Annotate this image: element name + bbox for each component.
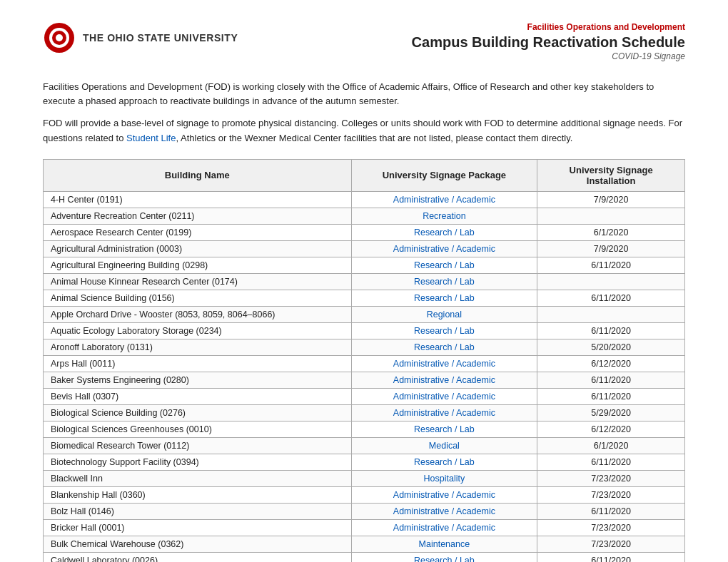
building-name-cell: Bevis Hall (0307) [44, 388, 352, 404]
install-date-cell [537, 208, 685, 224]
signage-type-link[interactable]: Administrative / Academic [393, 490, 495, 500]
install-date-cell [537, 306, 685, 322]
building-name-cell: Bulk Chemical Warehouse (0362) [44, 536, 352, 552]
signage-type-link[interactable]: Research / Lab [414, 228, 475, 237]
table-row: Animal House Kinnear Research Center (01… [44, 273, 685, 290]
install-date-cell: 6/11/2020 [537, 388, 685, 404]
building-name-cell: Agricultural Administration (0003) [44, 240, 352, 257]
student-life-link[interactable]: Student Life [126, 133, 176, 143]
signage-type-cell: Administrative / Academic [351, 372, 537, 388]
signage-type-cell: Regional [351, 306, 537, 322]
intro-para-2: FOD will provide a base-level of signage… [43, 116, 685, 146]
signage-type-link[interactable]: Administrative / Academic [393, 375, 495, 385]
table-row: Aerospace Research Center (0199)Research… [44, 224, 685, 240]
building-name-cell: Biomedical Research Tower (0112) [44, 437, 352, 454]
table-row: Bricker Hall (0001)Administrative / Acad… [44, 519, 685, 536]
signage-type-cell: Maintenance [351, 536, 537, 552]
signage-type-cell: Administrative / Academic [351, 355, 537, 372]
buildings-table: Building Name University Signage Package… [43, 159, 685, 562]
signage-type-cell: Medical [351, 437, 537, 454]
install-date-cell: 7/9/2020 [537, 240, 685, 257]
table-row: Aquatic Ecology Laboratory Storage (0234… [44, 322, 685, 339]
install-date-cell: 7/9/2020 [537, 191, 685, 208]
signage-type-link[interactable]: Research / Lab [414, 277, 475, 287]
building-name-cell: Biological Science Building (0276) [44, 404, 352, 421]
building-name-cell: Aronoff Laboratory (0131) [44, 339, 352, 355]
signage-type-cell: Administrative / Academic [351, 388, 537, 404]
signage-type-link[interactable]: Administrative / Academic [393, 506, 495, 516]
building-name-cell: Apple Orchard Drive - Wooster (8053, 805… [44, 306, 352, 322]
install-date-cell: 7/23/2020 [537, 536, 685, 552]
building-name-cell: 4-H Center (0191) [44, 191, 352, 208]
signage-type-link[interactable]: Research / Lab [414, 457, 475, 467]
table-row: Caldwell Laboratory (0026)Research / Lab… [44, 552, 685, 562]
building-name-cell: Agricultural Engineering Building (0298) [44, 257, 352, 273]
building-name-cell: Animal Science Building (0156) [44, 290, 352, 306]
signage-type-link[interactable]: Research / Lab [414, 326, 475, 336]
signage-type-cell: Administrative / Academic [351, 240, 537, 257]
table-row: Bevis Hall (0307)Administrative / Academ… [44, 388, 685, 404]
signage-type-link[interactable]: Administrative / Academic [393, 408, 495, 418]
signage-type-link[interactable]: Research / Lab [414, 556, 475, 562]
intro-para-1: Facilities Operations and Development (F… [43, 80, 685, 110]
table-container: Building Name University Signage Package… [43, 159, 685, 562]
table-row: Blackwell InnHospitality7/23/2020 [44, 470, 685, 486]
signage-type-link[interactable]: Administrative / Academic [393, 359, 495, 369]
install-date-cell: 7/23/2020 [537, 470, 685, 486]
building-name-cell: Aerospace Research Center (0199) [44, 224, 352, 240]
signage-type-link[interactable]: Research / Lab [414, 342, 475, 352]
intro-section: Facilities Operations and Development (F… [43, 80, 685, 146]
signage-type-link[interactable]: Administrative / Academic [393, 392, 495, 402]
install-date-cell: 6/11/2020 [537, 454, 685, 470]
signage-type-link[interactable]: Administrative / Academic [393, 523, 495, 533]
signage-type-cell: Administrative / Academic [351, 191, 537, 208]
svg-point-3 [56, 34, 63, 41]
install-date-cell: 6/1/2020 [537, 437, 685, 454]
building-name-cell: Arps Hall (0011) [44, 355, 352, 372]
signage-type-link[interactable]: Hospitality [424, 474, 465, 484]
osu-logo-icon [43, 21, 76, 54]
logo-area: The Ohio State University [43, 21, 238, 54]
logo-text: The Ohio State University [83, 31, 238, 44]
signage-type-link[interactable]: Recreation [423, 211, 465, 221]
signage-type-link[interactable]: Research / Lab [414, 293, 475, 303]
table-row: Agricultural Administration (0003)Admini… [44, 240, 685, 257]
signage-type-cell: Research / Lab [351, 322, 537, 339]
table-row: Baker Systems Engineering (0280)Administ… [44, 372, 685, 388]
table-row: Apple Orchard Drive - Wooster (8053, 805… [44, 306, 685, 322]
signage-type-cell: Research / Lab [351, 552, 537, 562]
signage-type-link[interactable]: Medical [429, 441, 460, 451]
install-date-cell: 6/12/2020 [537, 355, 685, 372]
table-row: Animal Science Building (0156)Research /… [44, 290, 685, 306]
signage-type-cell: Research / Lab [351, 224, 537, 240]
building-name-cell: Blankenship Hall (0360) [44, 486, 352, 503]
signage-type-link[interactable]: Research / Lab [414, 424, 475, 434]
table-row: Biotechnology Support Facility (0394)Res… [44, 454, 685, 470]
signage-type-link[interactable]: Research / Lab [414, 260, 475, 270]
table-row: Blankenship Hall (0360)Administrative / … [44, 486, 685, 503]
signage-type-link[interactable]: Administrative / Academic [393, 195, 495, 205]
install-date-cell: 6/11/2020 [537, 372, 685, 388]
table-row: Bolz Hall (0146)Administrative / Academi… [44, 503, 685, 519]
install-date-cell: 7/23/2020 [537, 519, 685, 536]
intro-para-2-post: , Athletics or the Wexner Medical Center… [176, 133, 572, 143]
signage-type-cell: Research / Lab [351, 257, 537, 273]
signage-type-link[interactable]: Maintenance [419, 539, 470, 549]
install-date-cell: 5/20/2020 [537, 339, 685, 355]
table-row: Aronoff Laboratory (0131)Research / Lab5… [44, 339, 685, 355]
dept-label: Facilities Operations and Development [412, 21, 685, 34]
signage-type-cell: Research / Lab [351, 339, 537, 355]
col-header-signage: University Signage Package [351, 159, 537, 191]
building-name-cell: Bolz Hall (0146) [44, 503, 352, 519]
signage-type-link[interactable]: Administrative / Academic [393, 244, 495, 254]
doc-subtitle: COVID-19 Signage [412, 51, 685, 63]
building-name-cell: Animal House Kinnear Research Center (01… [44, 273, 352, 290]
building-name-cell: Baker Systems Engineering (0280) [44, 372, 352, 388]
install-date-cell: 6/11/2020 [537, 503, 685, 519]
signage-type-link[interactable]: Regional [427, 310, 462, 320]
signage-type-cell: Research / Lab [351, 421, 537, 437]
table-row: Bulk Chemical Warehouse (0362)Maintenanc… [44, 536, 685, 552]
signage-type-cell: Administrative / Academic [351, 404, 537, 421]
table-row: Biomedical Research Tower (0112)Medical6… [44, 437, 685, 454]
install-date-cell: 7/23/2020 [537, 486, 685, 503]
